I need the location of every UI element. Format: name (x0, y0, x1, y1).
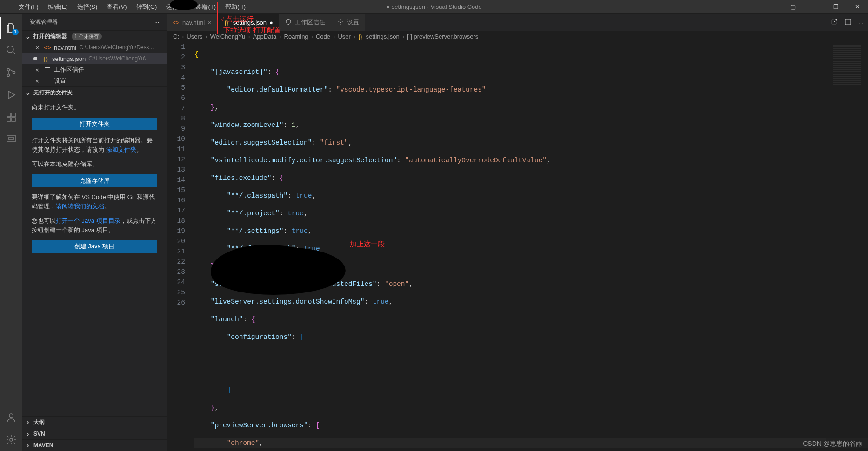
minimize-button[interactable]: — (804, 0, 825, 14)
outline-label: 大纲 (33, 418, 45, 426)
no-folder-label: 无打开的文件夹 (33, 89, 73, 97)
maven-label: MAVEN (33, 442, 53, 449)
clone-intro-text: 可以在本地克隆存储库。 (32, 159, 157, 169)
sidebar-more-icon[interactable]: ··· (154, 19, 159, 26)
tab-label: 设置 (347, 18, 359, 27)
explorer-badge: 1 (12, 29, 19, 35)
maximize-button[interactable]: ❐ (825, 0, 847, 14)
docs-text: 要详细了解如何在 VS Code 中使用 Git 和源代码管理，请阅读我们的文档… (32, 192, 157, 211)
outline-header[interactable]: ›大纲 (22, 417, 167, 428)
code-editor[interactable]: 1234567891011121314151617181920212223242… (167, 42, 868, 451)
crumb[interactable]: C: (173, 33, 179, 40)
file-path: C:\Users\WeiChengYu\... (88, 55, 150, 62)
list-icon (44, 78, 51, 85)
close-icon[interactable]: × (33, 44, 41, 51)
activity-bar: 1 (0, 14, 22, 451)
tab-settings-ui[interactable]: 设置 (331, 14, 365, 31)
menu-file[interactable]: 文件(F) (14, 0, 43, 14)
close-icon[interactable]: × (33, 78, 41, 85)
tab-label: settings.json (233, 19, 267, 26)
tab-label: 工作区信任 (295, 18, 325, 27)
code-content[interactable]: { "[javascript]": { "editor.defaultForma… (194, 42, 868, 451)
crumb[interactable]: settings.json (366, 33, 399, 40)
crumb[interactable]: Code (316, 33, 330, 40)
svg-rect-6 (7, 113, 11, 117)
close-icon[interactable]: × (33, 66, 41, 73)
title-bar: 文件(F) 编辑(E) 选择(S) 查看(V) 转到(G) 运行(R) 终端(T… (0, 0, 868, 14)
close-window-button[interactable]: ✕ (847, 0, 868, 14)
svg-line-1 (13, 52, 15, 54)
line-gutter: 1234567891011121314151617181920212223242… (167, 42, 194, 451)
open-editor-workspace-trust[interactable]: × 工作区信任 (22, 64, 167, 75)
settings-gear-icon[interactable] (0, 429, 22, 451)
window-title: ● settings.json - Visual Studio Code (386, 3, 482, 10)
svn-header[interactable]: ›SVN (22, 428, 167, 439)
crumb[interactable]: AppData (253, 33, 277, 40)
menu-select[interactable]: 选择(S) (73, 0, 102, 14)
debug-icon[interactable] (0, 84, 22, 106)
menu-view[interactable]: 查看(V) (102, 0, 131, 14)
menu-terminal[interactable]: 终端(T) (191, 0, 220, 14)
explorer-icon[interactable]: 1 (0, 17, 22, 39)
file-path: C:\Users\WeiChengYu\Desk... (79, 44, 154, 51)
crumb[interactable]: [ ] previewServer.browsers (407, 33, 478, 40)
svg-point-3 (7, 74, 10, 77)
no-folder-text: 尚未打开文件夹。 (32, 103, 157, 112)
menu-run[interactable]: 运行(R) (161, 0, 191, 14)
crumb[interactable]: User (338, 33, 350, 40)
tab-nav-html[interactable]: <> nav.html × (167, 14, 217, 31)
add-folder-link[interactable]: 添加文件夹 (106, 146, 136, 153)
html-file-icon: <> (44, 44, 51, 51)
open-java-link[interactable]: 打开一个 Java 项目目录 (56, 217, 120, 224)
more-actions-icon[interactable]: ··· (858, 19, 863, 26)
source-control-icon[interactable] (0, 61, 22, 84)
layout-button[interactable]: ▢ (782, 0, 804, 14)
tab-settings-json[interactable]: {} settings.json ● (217, 14, 279, 31)
tab-close-icon[interactable]: × (207, 19, 211, 26)
menu-goto[interactable]: 转到(G) (132, 0, 162, 14)
breadcrumb[interactable]: C:› Users› WeiChengYu› AppData› Roaming›… (167, 31, 868, 42)
svg-rect-7 (7, 118, 11, 121)
menu-edit[interactable]: 编辑(E) (43, 0, 73, 14)
no-folder-section: ⌄ 无打开的文件夹 尚未打开文件夹。 打开文件夹 打开文件夹将关闭所有当前打开的… (22, 86, 167, 255)
chevron-down-icon: ⌄ (24, 89, 32, 96)
create-java-button[interactable]: 创建 Java 项目 (32, 240, 157, 253)
svg-rect-9 (12, 113, 15, 117)
crumb[interactable]: Users (187, 33, 202, 40)
split-editor-icon[interactable] (844, 18, 852, 27)
open-folder-button[interactable]: 打开文件夹 (32, 118, 157, 131)
svg-rect-8 (12, 118, 15, 121)
clone-repo-button[interactable]: 克隆存储库 (32, 174, 157, 187)
open-editor-settings-ui[interactable]: × 设置 (22, 75, 167, 86)
open-settings-json-icon[interactable] (830, 18, 838, 27)
accounts-icon[interactable] (0, 406, 22, 429)
java-projects-icon[interactable] (0, 128, 22, 151)
svg-point-0 (7, 46, 13, 53)
watermark: CSDN @崽崽的谷雨 (803, 440, 862, 448)
search-icon[interactable] (0, 39, 22, 61)
sidebar-title: 资源管理器 (30, 18, 58, 26)
svg-point-2 (7, 69, 10, 71)
crumb[interactable]: WeiChengYu (210, 33, 246, 40)
tab-unsaved-icon[interactable]: ● (269, 19, 273, 26)
svn-label: SVN (33, 431, 45, 437)
file-name: settings.json (52, 55, 86, 62)
open-editor-settings-json[interactable]: {} settings.json C:\Users\WeiChengYu\... (22, 53, 167, 64)
json-file-icon: {} (223, 19, 230, 26)
chevron-right-icon: › (24, 430, 32, 438)
maven-header[interactable]: ›MAVEN (22, 440, 167, 451)
json-file-icon: {} (42, 55, 49, 62)
extensions-icon[interactable] (0, 106, 22, 128)
read-docs-link[interactable]: 请阅读我们的文档 (56, 203, 104, 210)
menu-help[interactable]: 帮助(H) (220, 0, 250, 14)
open-editors-header[interactable]: ⌄ 打开的编辑器 1 个未保存 (22, 31, 167, 42)
chevron-right-icon: › (24, 418, 32, 426)
open-editors-label: 打开的编辑器 (33, 33, 67, 40)
open-editor-nav-html[interactable]: × <> nav.html C:\Users\WeiChengYu\Desk..… (22, 42, 167, 53)
list-icon (44, 66, 51, 73)
tab-workspace-trust[interactable]: 工作区信任 (279, 14, 331, 31)
svg-marker-5 (8, 91, 15, 99)
svg-point-4 (13, 72, 15, 74)
no-folder-header[interactable]: ⌄ 无打开的文件夹 (22, 87, 167, 98)
crumb[interactable]: Roaming (284, 33, 308, 40)
